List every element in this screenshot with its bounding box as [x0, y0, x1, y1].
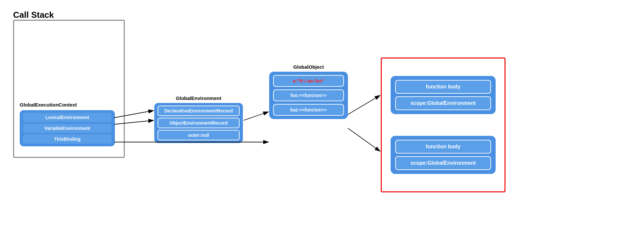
func-foo-body: function body	[395, 80, 491, 94]
global-environment-label: GlobalEnvironment	[154, 95, 243, 101]
gec-blue-box: LexicalEnvironment VariableEnvironment T…	[20, 110, 115, 146]
func-baz-body: function body	[395, 140, 491, 154]
call-stack-title: Call Stack	[13, 10, 54, 20]
ge-item-object: ObjectEnvironmentRecord	[158, 118, 240, 128]
gec-item-this: ThisBinding	[23, 134, 112, 144]
arrow-oer-to-go	[244, 112, 268, 120]
go-item-a: a:"hi I am foo"	[273, 75, 344, 87]
gec-label: GlobalExecutionContext	[20, 102, 77, 108]
ge-item-declarative: DeclarativeEnvironmentRecord	[158, 106, 240, 116]
func-baz-scope: scope:GlobalEnvironment	[395, 156, 491, 170]
global-environment-container: GlobalEnvironment DeclarativeEnvironment…	[154, 95, 243, 143]
ge-item-outer: outer:null	[158, 130, 240, 140]
go-item-foo: foo:<<functon>>	[273, 89, 344, 101]
function-boxes-container: function body scope:GlobalEnvironment fu…	[381, 58, 505, 192]
function-box-baz: function body scope:GlobalEnvironment	[391, 136, 496, 174]
gec-item-variable: VariableEnvironment	[23, 124, 112, 133]
diagram-container: Call Stack GlobalExecutionContext Lexica…	[0, 0, 644, 244]
function-box-foo: function body scope:GlobalEnvironment	[391, 76, 496, 114]
arrow-foo-to-func1	[348, 95, 380, 114]
go-item-baz: baz:<<functon>>	[273, 104, 344, 116]
global-environment-box: DeclarativeEnvironmentRecord ObjectEnvir…	[154, 103, 243, 143]
global-object-box: a:"hi I am foo" foo:<<functon>> baz:<<fu…	[269, 72, 348, 119]
arrow-baz-to-func2	[348, 128, 380, 151]
func-foo-scope: scope:GlobalEnvironment	[395, 96, 491, 110]
global-object-label: GlobalObject	[269, 64, 348, 70]
gec-item-lexical: LexicalEnvironment	[23, 113, 112, 122]
global-object-container: GlobalObject a:"hi I am foo" foo:<<funct…	[269, 64, 348, 119]
